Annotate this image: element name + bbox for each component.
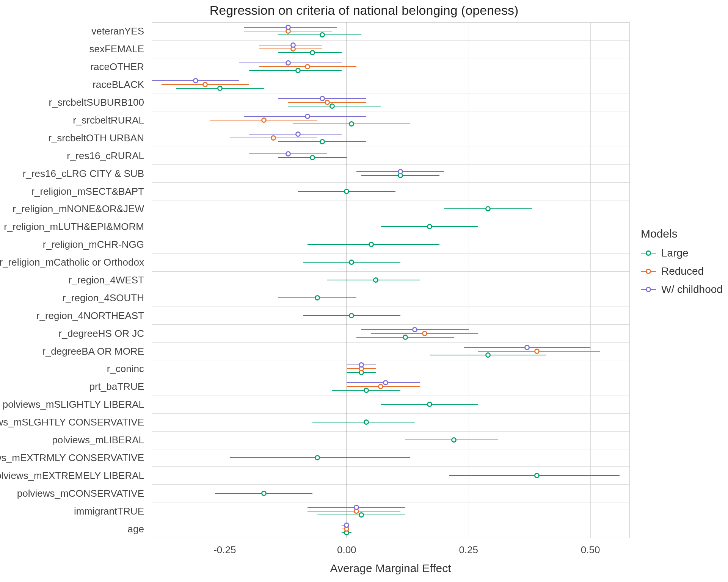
y-tick-label: polviews_mSLGHTLY CONSERVATIVE bbox=[0, 416, 144, 428]
data-point bbox=[320, 139, 325, 144]
data-point bbox=[364, 388, 369, 393]
data-point bbox=[320, 96, 325, 101]
data-point bbox=[217, 86, 223, 91]
data-point bbox=[349, 260, 354, 265]
data-point bbox=[286, 60, 291, 66]
y-tick-label: r_degreeBA OR MORE bbox=[42, 345, 144, 357]
grid-line-v bbox=[469, 22, 469, 538]
y-tick-label: polviews_mEXTREMELY LIBERAL bbox=[0, 469, 144, 481]
data-point bbox=[344, 523, 349, 528]
grid-line-h bbox=[152, 413, 629, 414]
y-tick-label: polviews_mSLIGHTLY LIBERAL bbox=[3, 399, 144, 410]
grid-line-h bbox=[152, 40, 629, 41]
data-point bbox=[349, 121, 354, 127]
data-point bbox=[310, 50, 315, 55]
chart-title: Regression on criteria of national belon… bbox=[0, 3, 728, 18]
data-point bbox=[354, 505, 359, 510]
data-point bbox=[534, 473, 540, 478]
grid-line-h bbox=[152, 342, 629, 343]
grid-line-h bbox=[152, 520, 629, 520]
legend-item: Large bbox=[641, 247, 723, 259]
y-tick-label: r_religion_mNONE&OR&JEW bbox=[13, 203, 144, 215]
y-tick-label: r_res16_cRURAL bbox=[67, 150, 144, 161]
x-axis-title: Average Marginal Effect bbox=[330, 562, 451, 575]
legend-swatch bbox=[641, 253, 656, 253]
grid-line-h bbox=[152, 253, 629, 254]
grid-line-h bbox=[152, 236, 629, 236]
data-point bbox=[427, 224, 432, 229]
y-tick-label: r_religion_mCHR-NGG bbox=[43, 239, 144, 250]
y-tick-label: r_religion_mLUTH&EPI&MORM bbox=[4, 221, 144, 233]
data-point bbox=[290, 42, 296, 48]
y-tick-label: r_res16_cLRG CITY & SUB bbox=[23, 167, 144, 179]
grid-line-h bbox=[152, 111, 629, 111]
data-point bbox=[305, 64, 310, 69]
legend-swatch bbox=[641, 271, 656, 272]
data-point bbox=[534, 349, 540, 354]
grid-line-h bbox=[152, 324, 629, 325]
data-point bbox=[193, 78, 198, 83]
grid-line-h bbox=[152, 289, 629, 289]
y-tick-label: polviews_mEXTRMLY CONSERVATIVE bbox=[0, 452, 144, 463]
y-tick-label: r_region_4SOUTH bbox=[63, 292, 144, 304]
y-tick-label: prt_baTRUE bbox=[89, 381, 144, 393]
data-point bbox=[412, 327, 417, 332]
data-point bbox=[320, 32, 325, 38]
data-point bbox=[378, 384, 383, 389]
y-tick-label: r_degreeHS OR JC bbox=[59, 327, 144, 339]
y-tick-label: raceOTHER bbox=[90, 61, 144, 73]
grid-line-h bbox=[152, 271, 629, 272]
grid-line-h bbox=[152, 22, 629, 23]
grid-line-h bbox=[152, 466, 629, 467]
y-tick-label: r_srcbeltSUBURB100 bbox=[49, 97, 144, 108]
data-point bbox=[286, 25, 291, 30]
data-point bbox=[427, 402, 432, 407]
data-point bbox=[485, 206, 491, 211]
data-point bbox=[315, 295, 320, 300]
legend-title: Models bbox=[641, 227, 723, 240]
y-tick-label: r_coninc bbox=[107, 363, 144, 375]
legend-swatch bbox=[641, 289, 656, 290]
legend: Models LargeReducedW/ childhood bbox=[641, 227, 723, 302]
data-point bbox=[261, 491, 267, 496]
data-point bbox=[315, 455, 320, 460]
data-point bbox=[329, 103, 335, 109]
data-point bbox=[325, 100, 330, 105]
grid-line-h bbox=[152, 307, 629, 307]
y-tick-label: r_religion_mCatholic or Orthodox bbox=[0, 257, 144, 268]
y-tick-label: sexFEMALE bbox=[89, 43, 144, 55]
data-point bbox=[359, 512, 364, 518]
grid-line-h bbox=[152, 218, 629, 218]
plot-area: Average Marginal Effect -0.250.000.250.5… bbox=[152, 22, 630, 538]
grid-line-h bbox=[152, 378, 629, 378]
data-point bbox=[359, 362, 364, 368]
grid-line-v bbox=[590, 22, 591, 538]
grid-line-h bbox=[152, 129, 629, 129]
grid-line-h bbox=[152, 360, 629, 360]
grid-line-h bbox=[152, 182, 629, 183]
x-tick-label: 0.25 bbox=[459, 544, 478, 556]
y-tick-label: polviews_mCONSERVATIVE bbox=[17, 487, 144, 499]
legend-item: W/ childhood bbox=[641, 283, 723, 296]
legend-label: Large bbox=[661, 247, 689, 259]
data-point bbox=[373, 277, 378, 283]
x-tick-label: -0.25 bbox=[213, 544, 236, 556]
data-point bbox=[202, 82, 208, 87]
y-tick-label: veteranYES bbox=[91, 25, 144, 37]
data-point bbox=[286, 151, 291, 156]
legend-label: Reduced bbox=[661, 265, 704, 277]
x-tick-label: 0.00 bbox=[337, 544, 356, 556]
data-point bbox=[383, 380, 388, 385]
grid-line-h bbox=[152, 76, 629, 76]
grid-line-v bbox=[225, 22, 225, 538]
grid-line-h bbox=[152, 147, 629, 147]
y-tick-label: raceBLACK bbox=[93, 79, 144, 91]
grid-line-h bbox=[152, 396, 629, 396]
y-tick-label: r_srcbeltOTH URBAN bbox=[48, 132, 144, 144]
grid-line-h bbox=[152, 164, 629, 165]
data-point bbox=[305, 114, 310, 119]
data-point bbox=[295, 68, 301, 73]
y-tick-label: r_srcbeltRURAL bbox=[73, 114, 144, 126]
legend-item: Reduced bbox=[641, 265, 723, 277]
data-point bbox=[524, 345, 530, 350]
